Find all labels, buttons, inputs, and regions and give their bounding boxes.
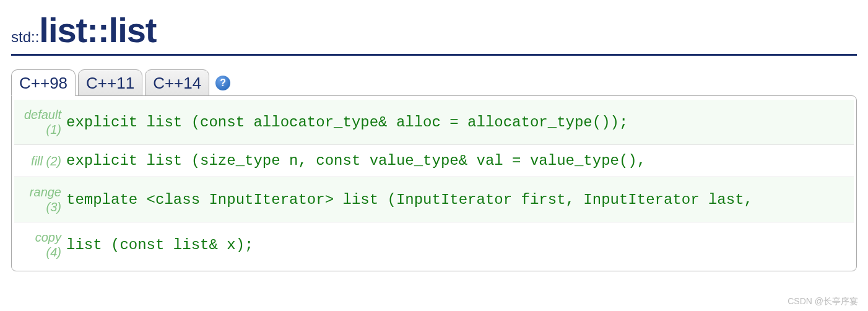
signature-code: list (const list& x); xyxy=(66,237,253,253)
signature-code: explicit list (size_type n, const value_… xyxy=(66,152,646,169)
signature-label: default (1) xyxy=(19,107,66,137)
signature-name: copy xyxy=(35,230,61,244)
signature-name: fill xyxy=(31,154,43,168)
signature-row: fill (2) explicit list (size_type n, con… xyxy=(14,145,854,177)
signature-label: range (3) xyxy=(19,185,66,214)
signature-num: (2) xyxy=(46,154,61,168)
title-main: list::list xyxy=(39,11,156,50)
signature-label: fill (2) xyxy=(19,154,66,169)
page-title: std::list::list xyxy=(11,10,857,56)
tab-cpp14[interactable]: C++14 xyxy=(145,69,209,96)
signature-row: range (3) template <class InputIterator>… xyxy=(14,177,854,222)
signature-num: (1) xyxy=(46,123,61,136)
help-icon[interactable]: ? xyxy=(215,76,230,90)
tab-cpp11[interactable]: C++11 xyxy=(78,69,142,96)
signature-row: default (1) explicit list (const allocat… xyxy=(14,100,854,145)
tab-bar: C++98 C++11 C++14 ? xyxy=(11,69,857,96)
tab-cpp98[interactable]: C++98 xyxy=(11,69,76,96)
signature-row: copy (4) list (const list& x); xyxy=(14,222,854,267)
title-prefix: std:: xyxy=(11,28,39,45)
signature-name: range xyxy=(30,185,61,199)
signature-num: (3) xyxy=(46,200,61,214)
signature-name: default xyxy=(24,108,61,121)
signature-code: explicit list (const allocator_type& all… xyxy=(66,114,628,131)
signatures-panel: default (1) explicit list (const allocat… xyxy=(11,95,857,271)
signature-label: copy (4) xyxy=(19,230,66,260)
signature-code: template <class InputIterator> list (Inp… xyxy=(66,191,753,208)
signature-num: (4) xyxy=(46,245,61,259)
